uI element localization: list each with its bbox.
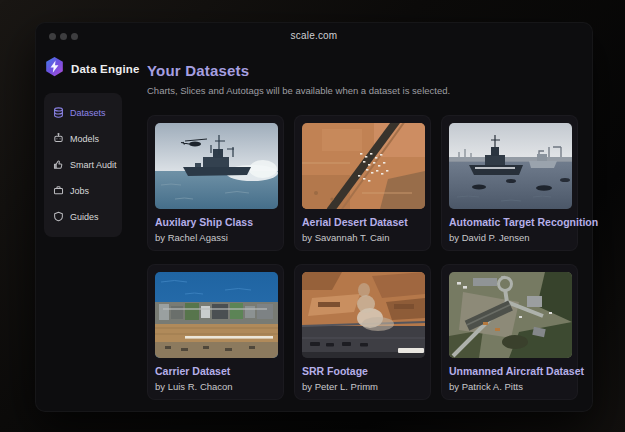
card-author: by Peter L. Primm	[302, 381, 423, 392]
dataset-card-carrier[interactable]: Carrier Dataset by Luis R. Chacon	[147, 264, 284, 400]
card-author: by Savannah T. Cain	[302, 232, 423, 243]
dataset-grid: Auxilary Ship Class by Rachel Agassi	[147, 115, 578, 400]
sidebar-item-jobs[interactable]: Jobs	[50, 178, 116, 204]
card-image-desert-road-dust	[302, 272, 425, 358]
brand-name: Data Engine	[71, 63, 140, 75]
briefcase-icon	[53, 182, 64, 200]
card-author: by Patrick A. Pitts	[449, 381, 570, 392]
card-title: Unmanned Aircraft Dataset	[449, 365, 570, 377]
dataset-card-srr-footage[interactable]: SRR Footage by Peter L. Primm	[294, 264, 431, 400]
card-image-desert-runway-aerial	[302, 123, 425, 209]
dataset-card-automatic-target-recognition[interactable]: Automatic Target Recognition by David P.…	[441, 115, 578, 251]
card-title: Auxilary Ship Class	[155, 216, 276, 228]
app-window: scale.com Data Engine Your Datasets Char…	[35, 22, 593, 412]
card-image-carrier-port-aerial	[155, 272, 278, 358]
sidebar-item-label: Jobs	[70, 186, 89, 196]
card-title: Aerial Desert Dataset	[302, 216, 423, 228]
sidebar-item-label: Smart Audit	[70, 160, 117, 170]
sidebar-item-guides[interactable]: Guides	[50, 204, 116, 230]
card-image-harbor-fleet	[449, 123, 572, 209]
titlebar: scale.com	[36, 23, 592, 49]
brand: Data Engine	[44, 56, 140, 81]
thumbs-up-icon	[53, 156, 64, 174]
shield-icon	[53, 208, 64, 226]
sidebar-item-datasets[interactable]: Datasets	[50, 100, 116, 126]
database-icon	[53, 104, 64, 122]
window-title: scale.com	[36, 30, 592, 41]
card-image-warship-at-sea	[155, 123, 278, 209]
dataset-card-auxilary-ship-class[interactable]: Auxilary Ship Class by Rachel Agassi	[147, 115, 284, 251]
sidebar-item-models[interactable]: Models	[50, 126, 116, 152]
page-subtitle: Charts, Slices and Autotags will be avai…	[147, 85, 450, 96]
sidebar-item-label: Models	[70, 134, 99, 144]
sidebar-item-label: Guides	[70, 212, 99, 222]
card-author: by Rachel Agassi	[155, 232, 276, 243]
card-title: Carrier Dataset	[155, 365, 276, 377]
card-image-industrial-site-aerial	[449, 272, 572, 358]
sidebar-item-label: Datasets	[70, 108, 106, 118]
card-author: by Luis R. Chacon	[155, 381, 276, 392]
page-title: Your Datasets	[147, 62, 249, 79]
sidebar: Datasets Models	[44, 93, 122, 237]
data-engine-logo-icon	[44, 56, 65, 81]
sidebar-item-smart-audit[interactable]: Smart Audit	[50, 152, 116, 178]
card-author: by David P. Jensen	[449, 232, 570, 243]
dataset-card-aerial-desert[interactable]: Aerial Desert Dataset by Savannah T. Cai…	[294, 115, 431, 251]
dataset-card-unmanned-aircraft[interactable]: Unmanned Aircraft Dataset by Patrick A. …	[441, 264, 578, 400]
robot-icon	[53, 130, 64, 148]
card-title: Automatic Target Recognition	[449, 216, 570, 228]
card-title: SRR Footage	[302, 365, 423, 377]
